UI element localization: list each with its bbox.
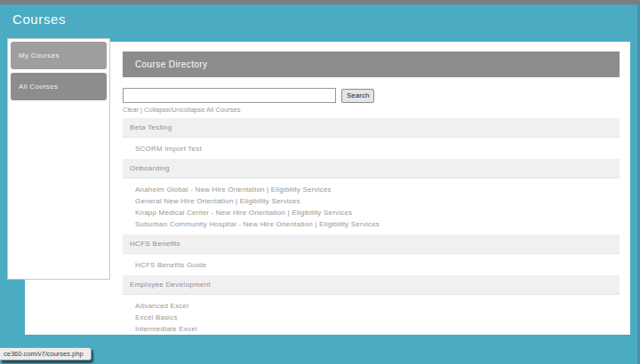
category-bar[interactable]: Beta Testing: [123, 118, 620, 138]
collapse-uncollapse-link[interactable]: Collapse/Uncollapse All Courses: [144, 106, 240, 114]
course-link[interactable]: Excel Basics: [135, 312, 620, 323]
course-list: HCFS Benefits Guide: [123, 254, 620, 275]
course-list: SCORM Import Test: [123, 138, 620, 159]
course-category-section: OnboardingAnaheim Global - New Hire Orie…: [123, 159, 620, 234]
course-sections: Beta TestingSCORM Import TestOnboardingA…: [123, 118, 620, 339]
search-button[interactable]: Search: [341, 89, 374, 103]
search-row: Search: [123, 88, 620, 103]
course-category-section: HCFS BenefitsHCFS Benefits Guide: [123, 234, 620, 275]
sidebar-item-my-courses[interactable]: My Courses: [11, 42, 107, 69]
category-bar[interactable]: HCFS Benefits: [123, 234, 620, 254]
course-directory-header: Course Directory: [123, 51, 620, 77]
clear-link[interactable]: Clear: [123, 106, 139, 114]
course-list: Anaheim Global - New Hire Orientation | …: [123, 178, 620, 234]
course-link[interactable]: Advanced Excel: [135, 300, 620, 312]
category-bar[interactable]: Onboarding: [123, 159, 620, 178]
course-link[interactable]: SCORM Import Test: [135, 143, 620, 154]
sidebar: My Courses All Courses: [7, 38, 110, 280]
course-link[interactable]: Suburban Community Hospital - New Hire O…: [135, 218, 620, 230]
window-top-bar: [0, 0, 640, 4]
course-directory-content: Course Directory Search Clear | Collapse…: [123, 51, 620, 339]
status-bar-url: ce360.com/v7/courses.php: [0, 347, 92, 360]
course-link[interactable]: Knapp Medical Center - New Hire Orientat…: [135, 207, 620, 218]
sidebar-item-all-courses[interactable]: All Courses: [11, 73, 107, 100]
course-link[interactable]: Intermediate Excel: [135, 323, 620, 335]
main-panel: Course Directory Search Clear | Collapse…: [25, 42, 630, 335]
course-link[interactable]: HCFS Benefits Guide: [135, 259, 620, 271]
search-input[interactable]: [123, 88, 336, 103]
page-title: Courses: [12, 12, 66, 27]
course-category-section: Employee DevelopmentAdvanced ExcelExcel …: [123, 275, 620, 339]
filter-links: Clear | Collapse/Uncollapse All Courses: [123, 106, 620, 114]
course-list: Advanced ExcelExcel BasicsIntermediate E…: [123, 295, 620, 339]
course-category-section: Beta TestingSCORM Import Test: [123, 118, 620, 159]
course-link[interactable]: General New Hire Orientation | Eligibili…: [135, 195, 620, 207]
category-bar[interactable]: Employee Development: [123, 275, 620, 295]
course-link[interactable]: Anaheim Global - New Hire Orientation | …: [135, 184, 620, 195]
